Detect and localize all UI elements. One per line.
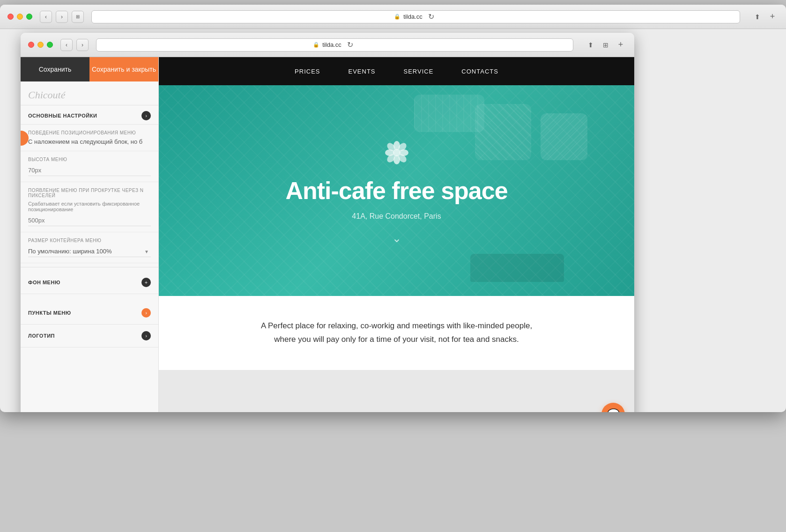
hero-subtitle: 41A, Rue Condorcet, Paris (352, 212, 441, 221)
inner-lock-icon: 🔒 (313, 42, 319, 48)
inner-traffic-lights (28, 42, 53, 48)
menu-bg-row[interactable]: ФОН МЕНЮ + (21, 271, 158, 294)
container-size-label: РАЗМЕР КОНТЕЙНЕРА МЕНЮ (28, 238, 151, 243)
container-size-select[interactable]: По умолчанию: ширина 100% (28, 246, 151, 257)
bottom-section (159, 370, 634, 412)
content-text-line1: A Perfect place for relaxing, co-workig … (261, 321, 532, 330)
save-close-button[interactable]: Сохранить и закрыть (89, 57, 158, 81)
outer-browser-window: ‹ › ⊞ 🔒 tilda.cc ↻ ⬆ + ‹ › 🔒 tilda.cc ↻ (0, 5, 786, 412)
spacer-1 (21, 294, 158, 302)
outer-url: tilda.cc (403, 13, 422, 20)
outer-lock-icon: 🔒 (394, 14, 400, 20)
divider-1 (21, 267, 158, 267)
inner-url: tilda.cc (322, 41, 341, 48)
nav-link-contacts[interactable]: CONTACTS (461, 68, 498, 75)
nav-links: PRICES EVENTS SERVICE CONTACTS (295, 68, 498, 75)
logo-row-label: ЛОГОТИП (28, 333, 55, 339)
container-size-select-wrapper: По умолчанию: ширина 100% ▼ (28, 246, 151, 257)
chat-icon: 💬 (607, 408, 620, 412)
menu-items-row[interactable]: ПУНКТЫ МЕНЮ › (21, 302, 158, 325)
hero-chevron-down-icon[interactable]: ⌄ (392, 232, 401, 245)
content-section: A Perfect place for relaxing, co-workig … (159, 296, 634, 370)
outer-forward-button[interactable]: › (56, 11, 68, 23)
menu-items-label: ПУНКТЫ МЕНЮ (28, 310, 71, 316)
inner-add-button[interactable]: + (615, 39, 627, 51)
inner-reload-button[interactable]: ↻ (344, 39, 356, 51)
outer-titlebar: ‹ › ⊞ 🔒 tilda.cc ↻ ⬆ + (0, 5, 786, 29)
logo-expand-icon[interactable]: › (141, 331, 151, 340)
inner-titlebar: ‹ › 🔒 tilda.cc ↻ ⬆ ⊞ + (21, 33, 634, 57)
menu-bg-expand-icon[interactable]: + (141, 278, 151, 287)
hero-section: Anti-cafe free space 41A, Rue Condorcet,… (159, 85, 634, 296)
content-text-line2: where you will pay only for a time of yo… (274, 335, 519, 344)
logo-row[interactable]: ЛОГОТИП › (21, 325, 158, 347)
content-text: A Perfect place for relaxing, co-workig … (221, 319, 572, 347)
menu-behavior-value: С наложением на следующий блок, но б (28, 138, 151, 145)
outer-traffic-lights (7, 14, 32, 20)
basic-settings-label: ОСНОВНЫЕ НАСТРОЙКИ (28, 113, 97, 118)
outer-close-button[interactable] (7, 14, 14, 20)
outer-maximize-button[interactable] (26, 14, 32, 20)
inner-back-button[interactable]: ‹ (60, 39, 73, 51)
menu-behavior-group: ПОВЕДЕНИЕ ПОЗИЦИОНИРОВАНИЯ МЕНЮ С наложе… (21, 125, 158, 151)
inner-maximize-button[interactable] (47, 42, 53, 48)
inner-toolbar-right: ⬆ ⊞ + (585, 39, 627, 51)
menu-scroll-input[interactable] (28, 215, 151, 226)
browser-content: Сохранить Сохранить и закрыть Chicouté О… (21, 57, 634, 412)
inner-address-bar[interactable]: 🔒 tilda.cc ↻ (96, 38, 573, 52)
site-logo-text: Chicouté (28, 89, 65, 101)
basic-settings-expand-icon[interactable]: › (141, 111, 151, 120)
nav-link-events[interactable]: EVENTS (349, 68, 376, 75)
inner-share-button[interactable]: ⬆ (585, 39, 597, 51)
preview-area: PRICES EVENTS SERVICE CONTACTS (159, 57, 634, 412)
outer-reload-button[interactable]: ↻ (425, 11, 437, 23)
menu-bg-label: ФОН МЕНЮ (28, 280, 60, 285)
inner-forward-button[interactable]: › (76, 39, 89, 51)
save-button[interactable]: Сохранить (21, 57, 89, 81)
outer-toolbar-right: ⬆ + (751, 11, 779, 23)
nav-link-prices[interactable]: PRICES (295, 68, 320, 75)
menu-scroll-group: ПОЯВЛЕНИЕ МЕНЮ ПРИ ПРОКРУТКЕ ЧЕРЕЗ N ПИК… (21, 182, 158, 232)
outer-share-button[interactable]: ⬆ (751, 11, 764, 23)
inner-browser-window: ‹ › 🔒 tilda.cc ↻ ⬆ ⊞ + Сохранить Сохрани… (21, 33, 634, 412)
menu-scroll-note: Срабатывает если установить фиксированно… (28, 201, 151, 212)
outer-minimize-button[interactable] (17, 14, 23, 20)
container-size-group: РАЗМЕР КОНТЕЙНЕРА МЕНЮ По умолчанию: шир… (21, 232, 158, 263)
basic-settings-section[interactable]: ОСНОВНЫЕ НАСТРОЙКИ › (21, 105, 158, 125)
settings-panel: Сохранить Сохранить и закрыть Chicouté О… (21, 57, 159, 412)
outer-sidebar-button[interactable]: ⊞ (72, 11, 84, 23)
hero-title: Anti-cafe free space (285, 177, 507, 205)
hero-logo-icon (380, 136, 413, 169)
outer-add-tab-button[interactable]: + (766, 11, 779, 23)
outer-back-button[interactable]: ‹ (40, 11, 52, 23)
menu-items-expand-icon[interactable]: › (141, 308, 151, 318)
hero-content: Anti-cafe free space 41A, Rue Condorcet,… (159, 85, 634, 296)
inner-sidebar-button[interactable]: ⊞ (600, 39, 612, 51)
panel-header: Сохранить Сохранить и закрыть (21, 57, 158, 81)
nav-link-service[interactable]: SERVICE (404, 68, 434, 75)
menu-height-group: ВЫСОТА МЕНЮ (21, 151, 158, 182)
menu-behavior-label: ПОВЕДЕНИЕ ПОЗИЦИОНИРОВАНИЯ МЕНЮ (28, 130, 151, 135)
inner-minimize-button[interactable] (37, 42, 44, 48)
menu-height-input[interactable] (28, 165, 151, 176)
inner-close-button[interactable] (28, 42, 34, 48)
preview-nav: PRICES EVENTS SERVICE CONTACTS (159, 57, 634, 85)
menu-behavior-row: ПОВЕДЕНИЕ ПОЗИЦИОНИРОВАНИЯ МЕНЮ С наложе… (21, 125, 158, 151)
menu-height-label: ВЫСОТА МЕНЮ (28, 157, 151, 162)
outer-address-bar[interactable]: 🔒 tilda.cc ↻ (91, 10, 740, 23)
logo-area: Chicouté (21, 81, 158, 105)
menu-scroll-label: ПОЯВЛЕНИЕ МЕНЮ ПРИ ПРОКРУТКЕ ЧЕРЕЗ N ПИК… (28, 188, 151, 198)
